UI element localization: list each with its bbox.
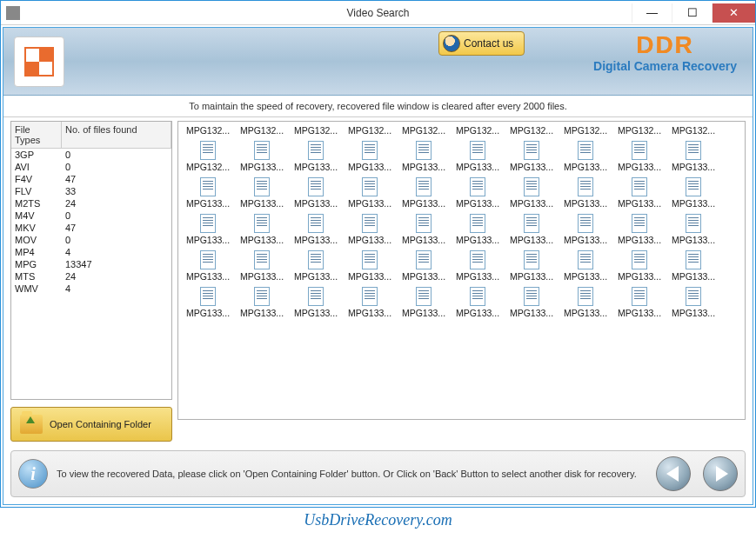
- file-item[interactable]: MPG133...: [236, 250, 288, 282]
- table-row[interactable]: FLV33: [11, 185, 171, 197]
- file-item[interactable]: MPG133...: [290, 141, 342, 172]
- recovered-files-pane[interactable]: MPG132...MPG132...MPG132...MPG132...MPG1…: [177, 121, 746, 420]
- file-icon: [416, 141, 432, 160]
- file-item[interactable]: MPG133...: [344, 141, 396, 172]
- file-item[interactable]: MPG133...: [182, 250, 234, 282]
- file-item[interactable]: MPG133...: [505, 177, 558, 209]
- contact-us-button[interactable]: Contact us: [438, 31, 525, 56]
- footer-bar: i To view the recovered Data, please cli…: [10, 450, 746, 497]
- file-item[interactable]: MPG133...: [613, 287, 666, 318]
- close-button[interactable]: ✕: [712, 3, 755, 23]
- file-item[interactable]: MPG133...: [613, 141, 666, 172]
- file-item[interactable]: MPG132...: [452, 123, 504, 136]
- file-label: MPG133...: [564, 235, 607, 245]
- table-row[interactable]: F4V47: [11, 173, 171, 185]
- file-item[interactable]: MPG133...: [398, 177, 450, 209]
- cell-count: 24: [62, 270, 171, 283]
- file-item[interactable]: MPG133...: [398, 287, 450, 318]
- file-item[interactable]: MPG133...: [559, 141, 612, 172]
- file-item[interactable]: MPG132...: [182, 123, 234, 136]
- file-item[interactable]: MPG132...: [613, 123, 666, 136]
- file-item[interactable]: MPG133...: [559, 287, 612, 318]
- file-icon: [578, 214, 593, 233]
- file-item[interactable]: MPG133...: [505, 250, 558, 282]
- file-item[interactable]: MPG132...: [505, 123, 558, 136]
- file-item[interactable]: MPG133...: [290, 177, 342, 209]
- file-label: MPG132...: [510, 125, 553, 136]
- file-item[interactable]: MPG133...: [236, 141, 288, 172]
- file-item[interactable]: MPG132...: [290, 123, 342, 136]
- next-button[interactable]: [703, 456, 738, 491]
- back-button[interactable]: [656, 456, 691, 491]
- col-header-type[interactable]: File Types: [11, 122, 62, 149]
- file-label: MPG133...: [294, 198, 338, 209]
- file-item[interactable]: MPG133...: [667, 177, 719, 209]
- file-item[interactable]: MPG133...: [452, 287, 504, 318]
- file-item[interactable]: MPG133...: [559, 177, 612, 209]
- table-row[interactable]: WMV4: [11, 283, 171, 295]
- open-containing-folder-button[interactable]: Open Containing Folder: [10, 407, 172, 442]
- file-item[interactable]: MPG132...: [182, 141, 234, 172]
- file-icon: [470, 214, 485, 233]
- file-icon: [308, 177, 324, 196]
- file-item[interactable]: MPG133...: [559, 214, 612, 245]
- file-item[interactable]: MPG133...: [398, 214, 450, 245]
- table-row[interactable]: MTS24: [11, 270, 171, 283]
- minimize-button[interactable]: —: [632, 3, 672, 23]
- file-item[interactable]: MPG133...: [667, 250, 719, 282]
- watermark-text: UsbDriveRecovery.com: [0, 508, 756, 535]
- file-label: MPG133...: [456, 308, 499, 318]
- file-item[interactable]: MPG133...: [613, 214, 666, 245]
- file-item[interactable]: MPG133...: [236, 177, 288, 209]
- file-item[interactable]: MPG133...: [182, 287, 234, 318]
- table-row[interactable]: 3GP0: [11, 149, 171, 161]
- cell-type: MPG: [11, 258, 62, 270]
- table-row[interactable]: MOV0: [11, 234, 171, 246]
- file-item[interactable]: MPG133...: [398, 250, 450, 282]
- file-item[interactable]: MPG133...: [236, 214, 288, 245]
- file-item[interactable]: MPG132...: [344, 123, 396, 136]
- file-item[interactable]: MPG133...: [452, 214, 504, 245]
- table-row[interactable]: MKV47: [11, 222, 171, 234]
- file-item[interactable]: MPG133...: [505, 214, 558, 245]
- file-item[interactable]: MPG133...: [452, 177, 504, 209]
- file-label: MPG133...: [456, 235, 499, 245]
- file-item[interactable]: MPG133...: [344, 287, 396, 318]
- file-item[interactable]: MPG133...: [613, 250, 666, 282]
- file-icon: [578, 250, 593, 269]
- file-label: MPG133...: [456, 271, 499, 282]
- file-item[interactable]: MPG132...: [559, 123, 612, 136]
- file-item[interactable]: MPG133...: [182, 177, 234, 209]
- file-item[interactable]: MPG132...: [667, 123, 719, 136]
- table-row[interactable]: AVI0: [11, 161, 171, 173]
- file-item[interactable]: MPG133...: [667, 141, 719, 172]
- col-header-count[interactable]: No. of files found: [62, 122, 171, 149]
- file-item[interactable]: MPG133...: [344, 250, 396, 282]
- file-item[interactable]: MPG133...: [667, 287, 719, 318]
- file-item[interactable]: MPG133...: [452, 250, 504, 282]
- file-item[interactable]: MPG133...: [505, 287, 558, 318]
- file-item[interactable]: MPG133...: [236, 287, 288, 318]
- file-item[interactable]: MPG133...: [182, 214, 234, 245]
- file-item[interactable]: MPG133...: [613, 177, 666, 209]
- table-row[interactable]: MPG13347: [11, 258, 171, 270]
- file-icon: [362, 214, 378, 233]
- info-notice: To maintain the speed of recovery, recov…: [3, 96, 753, 117]
- file-item[interactable]: MPG133...: [290, 287, 342, 318]
- file-label: MPG133...: [672, 198, 715, 209]
- table-row[interactable]: M2TS24: [11, 197, 171, 209]
- file-item[interactable]: MPG133...: [452, 141, 504, 172]
- table-row[interactable]: MP44: [11, 246, 171, 258]
- file-item[interactable]: MPG133...: [344, 177, 396, 209]
- file-item[interactable]: MPG133...: [290, 250, 342, 282]
- file-item[interactable]: MPG133...: [290, 214, 342, 245]
- file-item[interactable]: MPG132...: [236, 123, 288, 136]
- file-item[interactable]: MPG133...: [505, 141, 558, 172]
- maximize-button[interactable]: ☐: [672, 3, 712, 23]
- file-item[interactable]: MPG133...: [559, 250, 612, 282]
- table-row[interactable]: M4V0: [11, 209, 171, 222]
- file-item[interactable]: MPG133...: [398, 141, 450, 172]
- file-item[interactable]: MPG133...: [344, 214, 396, 245]
- file-item[interactable]: MPG133...: [667, 214, 719, 245]
- file-item[interactable]: MPG132...: [398, 123, 450, 136]
